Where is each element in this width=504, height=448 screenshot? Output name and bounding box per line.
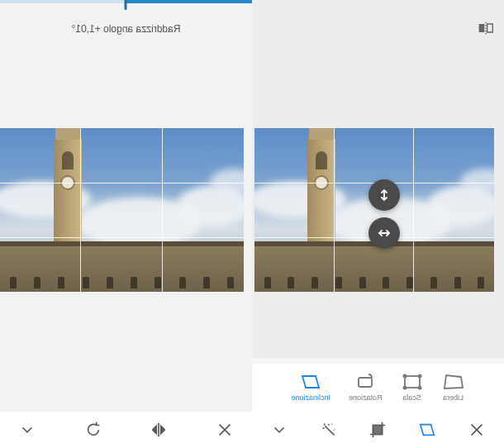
grid-line (162, 128, 163, 292)
slider-fill (126, 0, 253, 3)
app-container: Libera Scala Rotazione Inclinazione (0, 0, 504, 448)
left-image-canvas[interactable] (254, 128, 494, 292)
right-panel: Raddrizza angolo +1,01° (0, 0, 252, 448)
straighten-slider-track[interactable] (0, 0, 252, 3)
scale-icon (401, 374, 424, 390)
grid-line (0, 183, 244, 183)
svg-rect-1 (405, 376, 420, 388)
slider-thumb[interactable] (125, 0, 127, 10)
right-bottom-toolbar (0, 412, 252, 448)
svg-point-5 (403, 386, 406, 388)
straighten-status-text: Raddrizza angolo +1,01° (0, 23, 252, 35)
grid-line (334, 128, 335, 292)
transform-tabs: Libera Scala Rotazione Inclinazione (252, 364, 504, 412)
expand-down-button[interactable] (269, 419, 290, 441)
right-image-canvas[interactable] (0, 128, 244, 292)
rotate-ccw-button[interactable] (83, 419, 104, 441)
magic-wand-button[interactable] (318, 419, 340, 441)
vertical-skew-handle[interactable] (368, 179, 400, 211)
tower (307, 138, 335, 250)
rotate-frame-icon (354, 374, 377, 390)
tab-label: Libera (443, 393, 464, 402)
buildings (254, 246, 494, 292)
svg-rect-6 (359, 378, 372, 387)
svg-point-2 (418, 374, 421, 377)
close-button[interactable] (214, 419, 235, 441)
crop-tool-button[interactable] (368, 419, 389, 441)
expand-down-button[interactable] (17, 419, 38, 441)
tab-libera[interactable]: Libera (442, 374, 465, 402)
grid-line (413, 128, 414, 292)
tab-label: Rotazione (349, 393, 383, 402)
tab-label: Scala (402, 393, 421, 402)
tab-inclinazione[interactable]: Inclinazione (291, 374, 330, 402)
svg-rect-7 (373, 426, 383, 435)
skew-tool-button[interactable] (416, 419, 438, 441)
grid-line (80, 128, 81, 292)
flip-horizontal-button[interactable] (148, 419, 169, 441)
tower (54, 138, 82, 250)
horizontal-skew-handle[interactable] (368, 217, 400, 249)
close-button[interactable] (466, 419, 487, 441)
left-bottom-toolbar (252, 412, 504, 448)
tab-rotazione[interactable]: Rotazione (349, 374, 383, 402)
svg-point-3 (403, 374, 406, 377)
mirror-icon[interactable] (478, 21, 494, 35)
skew-icon (299, 374, 322, 390)
grid-line (0, 237, 244, 238)
tab-label: Inclinazione (291, 393, 330, 402)
svg-point-4 (418, 386, 421, 388)
free-transform-icon (442, 374, 465, 390)
left-panel: Libera Scala Rotazione Inclinazione (252, 0, 504, 448)
buildings (0, 246, 244, 292)
tab-scala[interactable]: Scala (401, 374, 424, 402)
